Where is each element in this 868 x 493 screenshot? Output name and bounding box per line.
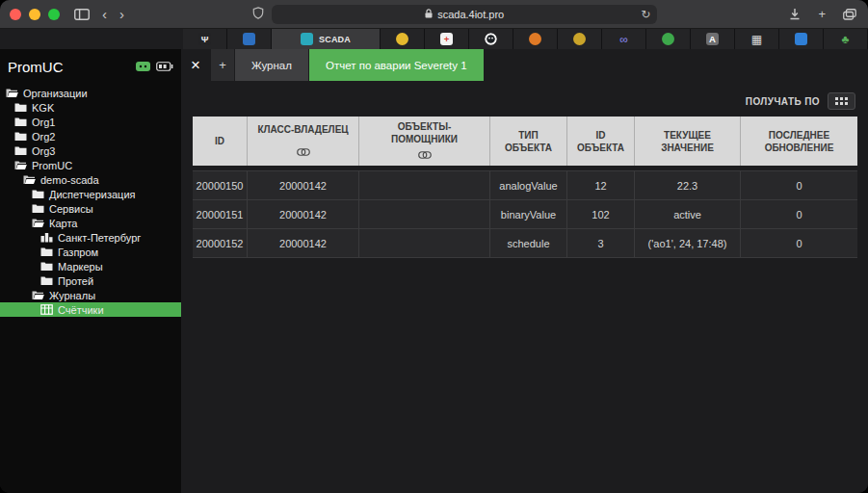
tree-item-label: Счётчики: [58, 304, 104, 316]
tree-item-counters[interactable]: Счётчики: [0, 302, 181, 317]
tree-item-label: Сервисы: [49, 203, 93, 215]
tree-item-dispatching[interactable]: Диспетчеризация: [0, 187, 181, 201]
browser-tab-red-cross[interactable]: +: [425, 29, 469, 49]
table-cell: 20000152: [193, 229, 247, 257]
tree-item-label: Org1: [32, 117, 55, 128]
folder-icon: [14, 145, 27, 156]
folder-open-icon: [14, 160, 27, 170]
browser-tab-yellow-app[interactable]: [381, 29, 425, 49]
table-cell: [358, 171, 489, 199]
folder-icon: [14, 117, 27, 127]
tree-item-organizations[interactable]: Организации: [0, 86, 181, 100]
folder-open-icon: [32, 218, 44, 228]
tree-item-label: Org2: [32, 131, 55, 143]
table-cell: schedule: [489, 229, 566, 257]
table-row[interactable]: 2000015120000142binaryValue102active0: [193, 200, 857, 229]
report-tab-alarm-report[interactable]: Отчет по аварии Severety 1: [309, 49, 484, 81]
tab-overview-button[interactable]: [841, 9, 858, 20]
tree-item-label: Org3: [32, 145, 55, 157]
address-zone: scada.4iot.pro ↻: [135, 5, 775, 24]
back-button[interactable]: ‹: [100, 7, 109, 21]
folder-icon: [40, 246, 53, 257]
address-bar[interactable]: scada.4iot.pro ↻: [272, 5, 657, 24]
browser-tab-github[interactable]: [469, 29, 513, 49]
tree-item-services[interactable]: Сервисы: [0, 201, 181, 216]
table-cell: [358, 229, 489, 257]
battery-icon: [156, 58, 173, 75]
blue-app-icon: [243, 33, 255, 45]
browser-tab-scada[interactable]: SCADA: [272, 29, 381, 49]
fetch-row: ПОЛУЧАТЬ ПО: [181, 81, 868, 117]
table-row[interactable]: 2000015220000142schedule3('ao1', 24, 17:…: [193, 229, 857, 258]
refresh-button[interactable]: ↻: [641, 8, 650, 21]
tree-item-label: Протей: [58, 275, 93, 287]
app-title: PromUC: [8, 59, 130, 75]
titlebar: ‹ › scada.4iot.pro ↻ +: [0, 0, 868, 29]
column-header: ID ОБЪЕКТА: [566, 117, 634, 166]
table-cell: ('ao1', 24, 17:48): [634, 229, 740, 257]
forward-button[interactable]: ›: [118, 7, 126, 21]
new-tab-button[interactable]: +: [816, 8, 828, 20]
browser-tab-blue-app[interactable]: [227, 29, 272, 49]
app-area: PromUC ОрганизацииKGKOrg1Org2Org3PromUCd…: [0, 49, 868, 493]
tree-item-org2[interactable]: Org2: [0, 129, 181, 143]
minimize-button[interactable]: [29, 9, 40, 20]
tree-item-label: PromUC: [32, 160, 72, 171]
column-header: ID: [193, 117, 247, 166]
red-cross-icon: +: [440, 33, 453, 45]
tree-item-label: Организации: [23, 88, 88, 99]
browser-tab-orange-app[interactable]: [513, 29, 558, 49]
tree-item-journals[interactable]: Журналы: [0, 288, 181, 302]
sidebar-toggle-button[interactable]: [72, 9, 92, 20]
browser-tab-blue-square[interactable]: [779, 29, 824, 49]
folder-icon: [40, 275, 53, 286]
tree-item-map[interactable]: Карта: [0, 216, 181, 230]
tree-item-label: Газпром: [58, 246, 98, 258]
browser-tab-label: SCADA: [319, 35, 351, 44]
close-button[interactable]: [10, 9, 21, 20]
column-header-label: ID ОБЪЕКТА: [575, 129, 626, 154]
column-header-label: КЛАСС-ВЛАДЕЛЕЦ: [257, 123, 348, 136]
zoom-button[interactable]: [48, 9, 60, 20]
browser-tab-grid-app[interactable]: ▦: [735, 29, 779, 49]
download-button[interactable]: [787, 8, 802, 20]
table-cell: 0: [740, 200, 857, 228]
tabstrip-spacer: [0, 29, 183, 49]
tree-item-org3[interactable]: Org3: [0, 143, 181, 158]
browser-tab-plant[interactable]: ♣: [824, 29, 868, 49]
tree-item-label: Журналы: [49, 290, 95, 301]
tree-item-gazprom[interactable]: Газпром: [0, 245, 181, 259]
tree-item-saint-petersburg[interactable]: Санкт-Петербург: [0, 230, 181, 245]
tree-item-org1[interactable]: Org1: [0, 115, 181, 129]
close-report-button[interactable]: ×: [181, 49, 210, 81]
traffic-lights: [10, 9, 60, 20]
column-header-label: ID: [215, 135, 224, 147]
tree-item-markers[interactable]: Маркеры: [0, 259, 181, 273]
table-cell: 20000142: [247, 171, 358, 199]
add-report-tab-button[interactable]: +: [211, 49, 234, 81]
tree-item-protey[interactable]: Протей: [0, 273, 181, 288]
table-cell: 102: [566, 200, 634, 228]
report-tab-journal[interactable]: Журнал: [235, 49, 308, 81]
browser-window: ‹ › scada.4iot.pro ↻ + ΨS: [0, 0, 868, 493]
tree-item-label: demo-scada: [40, 174, 99, 186]
browser-tab-infinity[interactable]: ∞: [602, 29, 646, 49]
browser-tab-green-app[interactable]: [646, 29, 691, 49]
column-header-label: ТЕКУЩЕЕ ЗНАЧЕНИЕ: [643, 129, 732, 154]
fetch-by-label: ПОЛУЧАТЬ ПО: [746, 96, 820, 107]
browser-tab-gold-app[interactable]: [558, 29, 602, 49]
column-header: ТЕКУЩЕЕ ЗНАЧЕНИЕ: [634, 117, 740, 166]
fetch-mode-button[interactable]: [828, 92, 855, 110]
column-header: ТИП ОБЪЕКТА: [489, 117, 566, 166]
browser-tab-utensils[interactable]: Ψ: [183, 29, 227, 49]
table-cell: 22.3: [634, 171, 740, 199]
tree-item-label: Диспетчеризация: [49, 189, 136, 200]
browser-tab-a-app[interactable]: A: [691, 29, 735, 49]
table-row[interactable]: 2000015020000142analogValue1222.30: [193, 171, 857, 200]
tree-item-label: Карта: [49, 218, 77, 229]
tree-item-label: Санкт-Петербург: [58, 232, 141, 244]
table-cell: [358, 200, 489, 228]
tree-item-promuc[interactable]: PromUC: [0, 158, 181, 172]
tree-item-kgk[interactable]: KGK: [0, 100, 181, 115]
tree-item-demo-scada[interactable]: demo-scada: [0, 172, 181, 187]
